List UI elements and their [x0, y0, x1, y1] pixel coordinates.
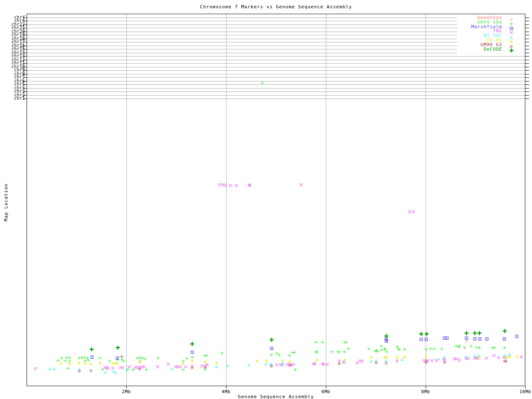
marker-wi-rh	[281, 359, 284, 363]
marker-tng	[292, 362, 296, 366]
marker-gm99-g3	[505, 360, 508, 363]
marker-tng	[492, 354, 496, 357]
marker-decode	[419, 332, 424, 336]
marker-decode	[464, 331, 469, 335]
marker-tng	[224, 183, 227, 187]
marker-gm99-gb4	[469, 344, 473, 348]
marker-wi-rh	[215, 361, 219, 365]
marker-wi-yac	[170, 367, 173, 370]
y-gridline-chr20	[27, 32, 525, 32]
marker-decode	[502, 329, 507, 333]
marker-gm99-gb4	[337, 350, 341, 354]
marker-tng	[299, 183, 303, 187]
y-tick-right-chr7	[525, 77, 529, 78]
marker-gm99-gb4	[463, 346, 466, 350]
marker-wi-rh	[424, 355, 428, 359]
marker-gm99-g3	[78, 369, 81, 373]
y-gridline-chr5	[27, 84, 525, 85]
y-tick-right-chr22	[525, 25, 529, 25]
marker-gm99-gb4	[261, 81, 264, 85]
marker-wi-yac	[215, 365, 218, 368]
marker-gm99-gb4	[185, 357, 189, 360]
marker-gm99-gb4	[315, 350, 319, 354]
y-gridline-chr10	[27, 67, 525, 67]
legend-symbol-genethon-icon	[508, 15, 514, 20]
plot-frame	[27, 14, 525, 386]
y-gridline-chr1	[27, 99, 525, 99]
y-gridline-chr6	[27, 81, 525, 81]
marker-gm99-gb4	[293, 351, 296, 355]
marker-gm99-g3	[337, 362, 341, 365]
marker-tng	[234, 184, 238, 187]
marker-gm99-gb4	[458, 344, 461, 348]
marker-decode	[384, 334, 389, 338]
marker-wi-rh	[255, 359, 259, 363]
y-gridline-chr12	[27, 60, 525, 60]
x-tick-8mb	[426, 386, 426, 389]
marker-wi-rh	[68, 362, 71, 365]
marker-decode	[116, 345, 120, 350]
x-tick-label-6mb: 6Mb	[321, 389, 330, 394]
marker-decode	[269, 337, 274, 342]
marker-gm99-gb4	[156, 356, 160, 360]
marker-marshfield	[478, 337, 482, 341]
marker-marshfield	[473, 337, 477, 341]
marker-gm99-g3	[89, 369, 93, 372]
y-tick-right-chr2	[525, 95, 529, 96]
marker-wi-rh	[98, 361, 102, 365]
marker-tng	[430, 359, 434, 362]
marker-gm99-g3	[424, 361, 428, 364]
y-gridline-chr15	[27, 49, 525, 49]
y-gridline-chrx	[27, 21, 525, 21]
marker-decode	[473, 331, 477, 335]
marker-tng	[395, 359, 399, 363]
y-tick-right-chry	[525, 17, 529, 18]
marker-tng	[458, 358, 461, 362]
marker-marshfield	[424, 337, 428, 341]
marker-gm99-gb4	[432, 347, 436, 351]
legend-symbol-gm99-gb4-icon	[508, 20, 514, 24]
marker-gm99-g3	[374, 361, 378, 365]
marker-wi-rh	[77, 361, 81, 365]
y-gridline-chr22	[27, 25, 525, 25]
marker-marshfield	[116, 356, 119, 360]
y-tick-right-chr9	[525, 70, 529, 71]
marker-gm99-gb4	[143, 357, 147, 361]
marker-tng	[275, 363, 278, 367]
marker-gm99-gb4	[98, 356, 102, 360]
y-gridline-chr4	[27, 88, 525, 89]
marker-gm99-gb4	[321, 340, 325, 344]
marker-gm99-gb4	[493, 346, 496, 350]
x-gridline-2mb	[126, 14, 127, 386]
marker-gm99-g3	[204, 366, 207, 369]
x-tick-label-10mb: 10Mb	[520, 389, 532, 394]
marker-wi-rh	[83, 362, 87, 365]
x-gridline-4mb	[226, 14, 227, 386]
marker-wi-yac	[53, 367, 56, 370]
marker-wi-rh	[138, 360, 142, 364]
marker-gm99-gb4	[424, 347, 428, 351]
legend-symbol-decode-icon	[508, 47, 514, 51]
legend-label-decode: DeCODE	[451, 47, 502, 52]
y-gridline-chr13	[27, 56, 525, 57]
x-axis-label: Genome Sequence Assembly	[27, 394, 525, 399]
marker-gm99-gb4	[502, 346, 506, 350]
marker-marshfield	[445, 336, 449, 340]
marker-gm99-gb4	[122, 359, 126, 363]
y-tick-right-chr18	[525, 39, 529, 39]
marker-marshfield	[465, 336, 468, 340]
marker-gm99-gb4	[205, 354, 209, 357]
marker-wi-rh	[181, 362, 185, 365]
marker-gm99-gb4	[375, 350, 379, 353]
marker-gm99-gb4	[330, 350, 334, 354]
x-tick-label-4mb: 4Mb	[222, 389, 230, 394]
marker-gm99-gb4	[379, 344, 383, 348]
x-gridline-8mb	[426, 14, 426, 386]
marker-tng	[485, 356, 488, 360]
y-gridline-chr16	[27, 46, 525, 46]
y-gridline-chr14	[27, 53, 525, 53]
marker-tng	[248, 183, 252, 187]
y-gridline-chr3	[27, 91, 525, 92]
marker-gm99-gb4	[367, 347, 371, 351]
y-tick-right-chr4	[525, 88, 529, 89]
